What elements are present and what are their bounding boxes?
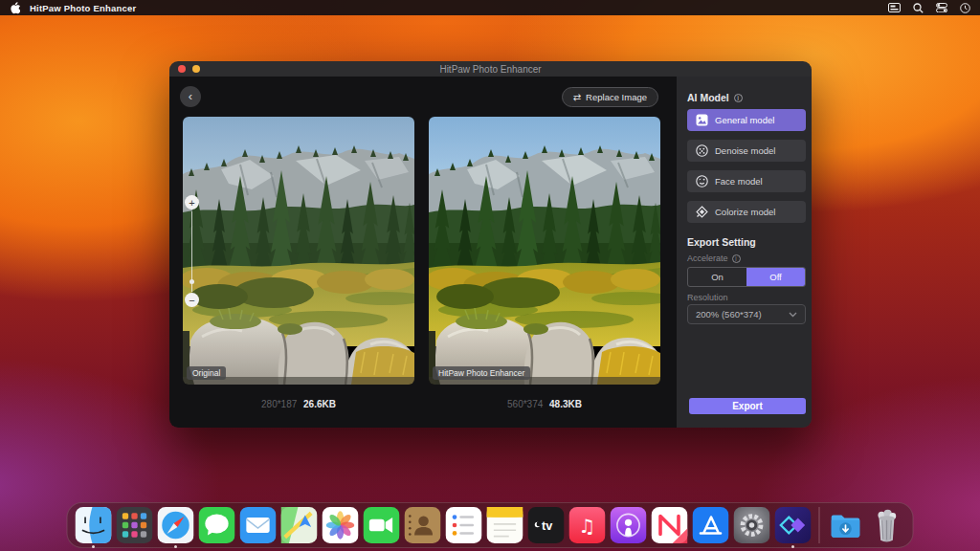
replace-image-button[interactable]: ⇄ Replace Image xyxy=(562,87,658,107)
dock-item-news[interactable] xyxy=(652,507,688,543)
dock-item-music[interactable]: ♫ xyxy=(569,507,606,543)
zoom-in-button[interactable]: + xyxy=(185,195,199,209)
accelerate-toggle: On Off xyxy=(687,267,806,287)
dock-item-mail[interactable] xyxy=(240,507,277,543)
original-caption: 280*187 26.6KB xyxy=(183,399,414,409)
face-icon xyxy=(696,175,708,187)
dock-item-photos[interactable] xyxy=(323,507,359,543)
colorize-icon xyxy=(696,206,708,218)
enhanced-photo xyxy=(429,117,660,385)
export-setting-label: Export Setting xyxy=(687,236,756,248)
control-center-icon[interactable] xyxy=(936,3,947,12)
denoise-model-label: Denoise model xyxy=(715,145,775,156)
face-model-label: Face model xyxy=(715,176,763,187)
dock-item-podcasts[interactable] xyxy=(611,507,647,543)
zoom-out-button[interactable]: − xyxy=(185,293,199,307)
keyboard-icon[interactable] xyxy=(888,3,901,12)
apple-logo-icon[interactable] xyxy=(10,2,20,14)
window-titlebar[interactable]: HitPaw Photo Enhancer xyxy=(169,61,812,77)
dock-item-facetime[interactable] xyxy=(364,507,400,543)
dock-item-messages[interactable] xyxy=(199,507,235,543)
accelerate-on-option[interactable]: On xyxy=(688,268,746,286)
resolution-label: Resolution xyxy=(687,293,728,302)
ai-model-header: AI Model i xyxy=(687,92,743,103)
export-setting-header: Export Setting xyxy=(687,236,756,248)
dock-item-appstore[interactable] xyxy=(693,507,729,543)
original-image-panel[interactable]: + − Original xyxy=(183,117,414,385)
svg-text:tv: tv xyxy=(542,519,552,533)
ai-model-label: AI Model xyxy=(687,92,729,103)
resolution-value: 200% (560*374) xyxy=(696,309,762,320)
accelerate-row: Accelerate i xyxy=(687,253,741,263)
compare-area: ‹ ⇄ Replace Image + − Original xyxy=(169,77,677,428)
dock-item-reminders[interactable] xyxy=(446,507,482,543)
general-model-button[interactable]: General model xyxy=(687,109,806,131)
chevron-down-icon xyxy=(789,309,797,320)
dock-separator xyxy=(819,507,820,543)
dock-item-hitpaw[interactable] xyxy=(775,507,812,543)
menubar-app-name[interactable]: HitPaw Photo Enhancer xyxy=(30,3,136,13)
ai-model-info-icon[interactable]: i xyxy=(734,94,743,102)
zoom-slider[interactable]: + − xyxy=(183,117,202,385)
replace-image-label: Replace Image xyxy=(586,92,647,102)
dock-item-downloads[interactable] xyxy=(828,507,864,543)
enhanced-filesize: 48.3KB xyxy=(549,399,582,409)
dock-item-notes[interactable] xyxy=(487,507,523,543)
accelerate-info-icon[interactable]: i xyxy=(732,254,741,263)
enhanced-caption: 560*374 48.3KB xyxy=(429,399,660,409)
dock: tv ♫ xyxy=(67,502,914,548)
denoise-model-button[interactable]: Denoise model xyxy=(687,140,806,162)
export-button[interactable]: Export xyxy=(689,398,806,414)
dock-item-contacts[interactable] xyxy=(405,507,441,543)
dock-item-settings[interactable] xyxy=(734,507,770,543)
dock-item-tv[interactable]: tv xyxy=(528,507,565,543)
original-dimensions: 280*187 xyxy=(261,399,297,409)
search-icon[interactable] xyxy=(913,3,924,13)
colorize-model-label: Colorize model xyxy=(715,207,775,217)
dock-item-trash[interactable] xyxy=(869,507,905,543)
face-model-button[interactable]: Face model xyxy=(687,170,806,192)
picture-icon xyxy=(696,114,708,126)
swap-arrows-icon: ⇄ xyxy=(573,92,581,102)
resolution-dropdown[interactable]: 200% (560*374) xyxy=(687,304,806,324)
svg-text:♫: ♫ xyxy=(579,515,596,538)
desktop: HitPaw Photo Enhancer HitPaw Photo Enhan xyxy=(0,0,980,551)
general-model-label: General model xyxy=(715,115,774,125)
enhanced-tag: HitPaw Photo Enhancer xyxy=(433,366,530,380)
menu-bar: HitPaw Photo Enhancer xyxy=(0,0,980,15)
accelerate-label: Accelerate xyxy=(687,253,728,263)
close-button[interactable] xyxy=(178,65,186,73)
zoom-slider-handle[interactable] xyxy=(189,279,194,284)
dock-item-maps[interactable] xyxy=(281,507,318,543)
denoise-icon xyxy=(696,144,708,157)
back-button[interactable]: ‹ xyxy=(180,86,201,107)
original-tag: Original xyxy=(187,366,226,380)
clock-icon[interactable] xyxy=(960,3,970,13)
enhanced-image-panel[interactable]: HitPaw Photo Enhancer xyxy=(429,117,660,385)
accelerate-off-option[interactable]: Off xyxy=(746,268,805,286)
original-photo xyxy=(183,117,414,385)
resolution-row: Resolution xyxy=(687,293,728,302)
dock-item-finder[interactable] xyxy=(76,507,112,543)
original-filesize: 26.6KB xyxy=(303,399,336,409)
minimize-button[interactable] xyxy=(192,65,200,73)
colorize-model-button[interactable]: Colorize model xyxy=(687,201,806,223)
enhanced-dimensions: 560*374 xyxy=(507,399,543,409)
dock-item-launchpad[interactable] xyxy=(117,507,153,543)
app-window: HitPaw Photo Enhancer ‹ ⇄ Replace Image … xyxy=(169,61,812,428)
window-title: HitPaw Photo Enhancer xyxy=(169,64,812,75)
settings-sidebar: AI Model i General model Denoise model xyxy=(677,77,812,428)
dock-item-safari[interactable] xyxy=(158,507,194,543)
